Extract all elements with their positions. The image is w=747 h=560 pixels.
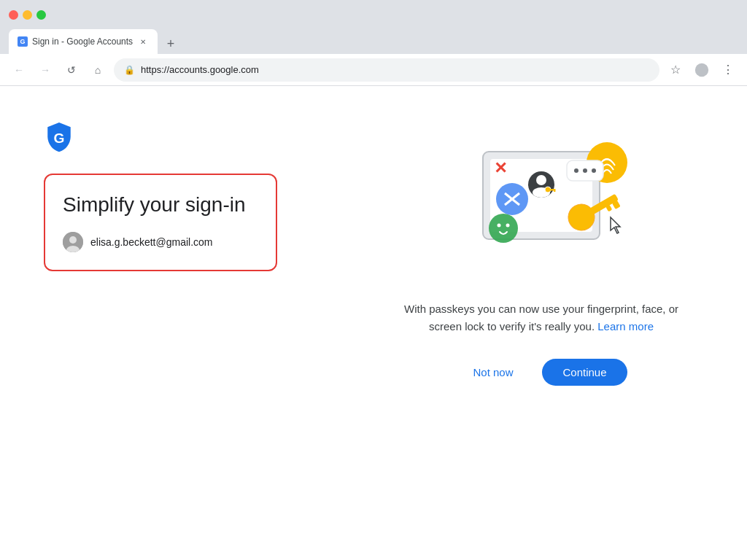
new-tab-button[interactable]: + (160, 34, 181, 54)
account-row: elisa.g.beckett@gmail.com (63, 232, 258, 252)
signin-card: Simplify your sign-in elisa.g.beckett@gm… (44, 174, 277, 271)
browser-chrome: G Sign in - Google Accounts ✕ + ← → ↺ ⌂ … (0, 0, 747, 86)
bookmark-icon[interactable]: ☆ (665, 60, 686, 80)
avatar (63, 232, 83, 252)
google-shield-logo: G (44, 122, 350, 174)
tab-close-button[interactable]: ✕ (137, 36, 149, 47)
svg-point-21 (489, 214, 518, 243)
svg-point-22 (498, 224, 501, 228)
svg-point-0 (695, 63, 708, 76)
right-section: ✕ With passkeys you can now use your fin… (379, 115, 703, 386)
not-now-button[interactable]: Not now (455, 359, 530, 386)
maximize-button[interactable] (36, 10, 46, 20)
tab-title: Sign in - Google Accounts (32, 36, 133, 47)
home-button[interactable]: ⌂ (88, 60, 108, 80)
svg-rect-12 (554, 189, 556, 192)
minimize-button[interactable] (23, 10, 32, 20)
account-email: elisa.g.beckett@gmail.com (90, 236, 213, 248)
more-menu-icon[interactable]: ⋮ (718, 60, 738, 80)
learn-more-link[interactable]: Learn more (597, 320, 654, 332)
left-section: G Simplify your sign-in elisa.g.beckett@… (44, 115, 350, 271)
close-button[interactable] (9, 10, 18, 20)
svg-point-23 (506, 224, 510, 228)
signin-title: Simplify your sign-in (63, 192, 258, 217)
url-text: https://accounts.google.com (141, 64, 259, 75)
action-buttons: Not now Continue (455, 359, 627, 386)
svg-point-27 (583, 168, 587, 173)
page-content: G Simplify your sign-in elisa.g.beckett@… (0, 86, 747, 560)
svg-text:✕: ✕ (494, 159, 507, 177)
svg-point-26 (574, 168, 578, 173)
traffic-lights (9, 10, 46, 20)
url-bar[interactable]: 🔒 https://accounts.google.com (114, 58, 659, 82)
continue-button[interactable]: Continue (542, 359, 627, 386)
tab-favicon: G (18, 36, 28, 47)
lock-icon: 🔒 (124, 65, 135, 75)
tab-bar: G Sign in - Google Accounts ✕ + (0, 29, 747, 54)
refresh-button[interactable]: ↺ (61, 60, 82, 80)
passkey-description: With passkeys you can now use your finge… (403, 300, 680, 335)
back-button[interactable]: ← (9, 60, 29, 80)
svg-text:G: G (54, 131, 65, 146)
svg-point-8 (536, 175, 546, 185)
svg-point-3 (69, 236, 77, 244)
profile-button[interactable] (692, 60, 712, 80)
passkey-illustration: ✕ (425, 122, 658, 283)
title-bar (0, 0, 747, 29)
address-bar: ← → ↺ ⌂ 🔒 https://accounts.google.com ☆ … (0, 54, 747, 86)
forward-button[interactable]: → (35, 60, 55, 80)
svg-marker-29 (611, 217, 620, 233)
svg-point-28 (592, 168, 596, 173)
browser-tab[interactable]: G Sign in - Google Accounts ✕ (9, 29, 158, 54)
